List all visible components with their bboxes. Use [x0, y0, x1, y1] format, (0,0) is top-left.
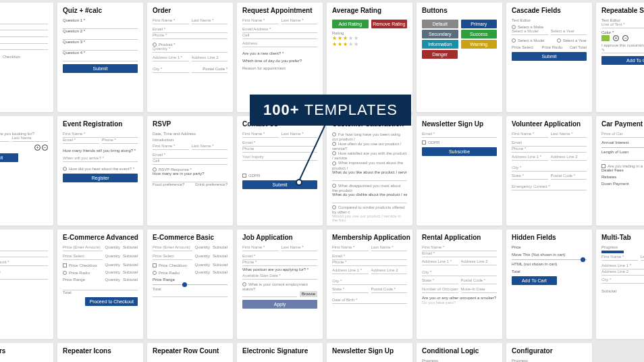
card-customer-satisfaction[interactable]: Customer Satisfaction For how long have …	[327, 116, 412, 226]
card-job-application[interactable]: Job Application First Name *Last Name * …	[237, 230, 323, 339]
card-title: onation	[0, 234, 48, 241]
card-average-rating[interactable]: Average Rating Add Rating Remove Rating …	[327, 3, 412, 112]
card-title: ooking	[0, 120, 48, 128]
submit-button[interactable]: Submit	[0, 153, 18, 162]
card-title: RSVP	[153, 120, 227, 128]
card-title: Membership Application	[332, 234, 407, 241]
color-swatch[interactable]	[601, 35, 610, 41]
card-electronic-signature[interactable]: Electronic Signature	[237, 343, 323, 362]
card-newsletter-signup-2[interactable]: Newsletter Sign Up	[327, 343, 412, 362]
apply-button[interactable]: Apply	[242, 300, 317, 309]
submit-button[interactable]: Submit	[63, 64, 138, 73]
card-membership-application[interactable]: Membership Application First Name *Last …	[327, 230, 412, 339]
card-event-registration[interactable]: Event Registration First Name * Email *P…	[57, 116, 143, 226]
card-title: Buttons	[422, 7, 497, 14]
card-multi-tab[interactable]: Multi-Tab Progress First Name *Last Name…	[596, 230, 644, 339]
star-rating[interactable]: ★★★★★	[332, 35, 407, 41]
card-title: Hidden Fields	[512, 234, 587, 241]
minus-icon[interactable]: −	[42, 145, 48, 151]
card-rsvp[interactable]: RSVP Date, Time and Address Introduction…	[147, 116, 233, 226]
card-rental-application[interactable]: Rental Application First Name * Email * …	[417, 230, 502, 339]
card-title: Order	[153, 7, 227, 14]
submit-button[interactable]: Submit	[242, 180, 317, 189]
card-repeater-icons[interactable]: Repeater Icons	[57, 343, 143, 362]
subscribe-button[interactable]: Subscribe	[422, 147, 497, 156]
card-title: Job Application	[242, 234, 317, 241]
card-newsletter-signup[interactable]: Newsletter Sign Up Email * GDPR Subscrib…	[417, 116, 502, 226]
card-title: Rental Application	[422, 234, 497, 241]
card-hidden-fields[interactable]: Hidden Fields Price Move This (Not shown…	[506, 230, 592, 339]
plus-icon[interactable]: +	[613, 35, 619, 41]
template-grid: ess Bar ckbox Checkbox Quiz + #calc Ques…	[0, 0, 644, 362]
card-title: Customer Satisfaction	[332, 120, 407, 128]
card-repeaters[interactable]: Repeaters	[0, 343, 53, 362]
card-progress-bar[interactable]: ess Bar ckbox Checkbox	[0, 3, 53, 112]
card-title: Multi-Tab	[601, 234, 644, 241]
card-quiz-calc[interactable]: Quiz + #calc Question 1 * Question 2 * Q…	[57, 3, 143, 112]
add-to-cart-button[interactable]: Add To Cart	[512, 276, 557, 285]
checkout-button[interactable]: Proceed to Checkout	[85, 297, 138, 306]
submit-button[interactable]: Submit	[512, 52, 587, 61]
card-repeater-row-count[interactable]: Repeater Row Count	[147, 343, 233, 362]
card-buttons[interactable]: Buttons DefaultPrimary SecondarySuccess …	[417, 3, 502, 112]
add-rating-button[interactable]: Add Rating	[332, 20, 369, 28]
plus-icon[interactable]: +	[34, 145, 41, 151]
card-title: Contact Us	[242, 120, 317, 128]
remove-rating-button[interactable]: Remove Rating	[371, 20, 408, 28]
progress-bar	[601, 251, 624, 253]
card-title: Request Appointment	[242, 7, 317, 14]
add-to-cart-button[interactable]: Add To Cart	[601, 56, 644, 65]
card-request-appointment[interactable]: Request Appointment First Name *Last Nam…	[237, 3, 323, 112]
card-contact-us[interactable]: Contact Us First Name *Last Name * Email…	[237, 116, 323, 226]
card-order[interactable]: Order First Name *Last Name * Email * Ph…	[147, 3, 233, 112]
card-title: Quiz + #calc	[63, 7, 138, 14]
move-slider[interactable]	[512, 257, 587, 262]
card-title: ess Bar	[0, 7, 48, 14]
card-title: Car Payment	[601, 120, 644, 128]
price-range-slider[interactable]	[153, 282, 227, 287]
card-cascade-fields[interactable]: Cascade Fields Text Editor Select a Make…	[506, 3, 592, 112]
star-rating[interactable]: ★★★★★	[332, 41, 407, 47]
card-title: E-Commerce Basic	[153, 234, 227, 241]
card-title: Volunteer Application	[512, 120, 587, 128]
card-title: Repeatable Sections	[601, 7, 644, 14]
card-title: Newsletter Sign Up	[422, 120, 497, 128]
card-booking[interactable]: ooking many people are you booking for? …	[0, 116, 53, 226]
card-title: E-Commerce Advanced	[63, 234, 138, 241]
browse-button[interactable]: Browse	[300, 291, 317, 297]
card-volunteer-application[interactable]: Volunteer Application First Name *Last N…	[506, 116, 592, 226]
register-button[interactable]: Register	[63, 174, 138, 182]
interest-slider[interactable]	[601, 145, 644, 150]
card-conditional-logic[interactable]: Conditional Logic Progress	[417, 343, 502, 362]
card-car-payment[interactable]: Car Payment Price of CarSales Tax Annual…	[596, 116, 644, 226]
card-title: Cascade Fields	[512, 7, 587, 14]
card-title: Event Registration	[63, 120, 138, 128]
card-title: Average Rating	[332, 7, 407, 14]
card-ecommerce-basic[interactable]: E-Commerce Basic Price (Enter Amount)Qua…	[147, 230, 233, 339]
card-repeatable-sections[interactable]: Repeatable Sections Text Editor Line of …	[596, 3, 644, 112]
card-configurator[interactable]: Configurator Progress	[506, 343, 592, 362]
card-ecommerce-advanced[interactable]: E-Commerce Advanced Price (Enter Amount)…	[57, 230, 143, 339]
minus-icon[interactable]: −	[622, 35, 628, 41]
card-donation[interactable]: onation Email * r Donation Amount * Anon…	[0, 230, 53, 339]
